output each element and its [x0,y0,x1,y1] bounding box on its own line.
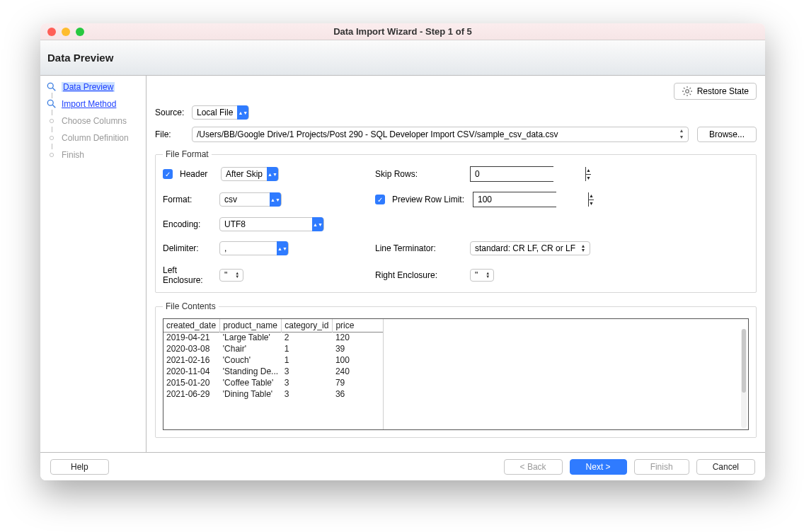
preview-limit-checkbox[interactable]: ✓ [375,195,385,204]
window-title: Data Import Wizard - Step 1 of 5 [40,26,765,37]
preview-table: created_date product_name category_id pr… [163,319,383,400]
stepper-icon[interactable]: ▲▼ [677,128,687,141]
step-data-preview[interactable]: Data Preview [40,79,146,96]
step-finish: Finish [40,146,146,163]
header-checkbox[interactable]: ✓ [163,169,173,179]
spin-down-icon[interactable]: ▼ [589,200,594,207]
encoding-row: Encoding: UTF8 ▲▼ [163,217,361,231]
line-terminator-select[interactable]: standard: CR LF, CR or LF ▲▼ [470,241,590,255]
header-mode-select[interactable]: After Skip ▲▼ [221,167,279,181]
format-label: Format: [163,195,212,204]
restore-state-button[interactable]: Restore State [674,83,757,100]
table-row[interactable]: 2015-01-20'Coffee Table'379 [163,377,383,388]
chevron-updown-icon: ▲▼ [312,217,323,231]
table-cell: 240 [333,366,383,377]
preview-limit-label: Preview Row Limit: [392,195,466,204]
table-row[interactable]: 2020-03-08'Chair'139 [163,343,383,354]
scrollbar-thumb[interactable] [742,329,746,393]
table-cell: 3 [282,377,333,388]
cancel-button[interactable]: Cancel [696,459,755,475]
close-icon[interactable] [47,28,56,36]
wizard-header: Data Preview [40,40,765,76]
line-terminator-row: Line Terminator: standard: CR LF, CR or … [375,241,749,255]
format-select[interactable]: csv ▲▼ [219,192,282,207]
table-cell: 2020-11-04 [163,366,220,377]
column-header[interactable]: category_id [282,319,333,332]
table-row[interactable]: 2021-02-16'Couch'1100 [163,354,383,366]
table-cell: 2 [282,332,333,343]
preview-limit-row: ✓ Preview Row Limit: ▲▼ [375,192,749,207]
encoding-label: Encoding: [163,219,212,229]
table-cell: 79 [333,377,383,388]
help-button[interactable]: Help [50,459,109,475]
file-contents-group: File Contents created_date product_name … [155,301,757,438]
traffic-lights [47,28,84,36]
table-row[interactable]: 2021-06-29'Dining Table'336 [163,388,383,400]
step-label: Choose Columns [62,116,127,126]
table-cell: 'Large Table' [220,332,282,343]
table-cell: 100 [333,354,383,366]
wizard-sidebar: Data Preview Import Method Choose Column… [40,76,147,452]
restore-state-label: Restore State [697,86,749,96]
svg-line-12 [684,88,685,89]
chevron-updown-icon: ▲▼ [277,241,288,255]
chevron-updown-icon: ▲▼ [270,192,281,207]
column-header[interactable]: created_date [163,319,220,332]
spin-down-icon[interactable]: ▼ [586,175,591,182]
svg-point-7 [685,90,689,93]
skip-rows-row: Skip Rows: ▲▼ [375,166,749,182]
table-cell: 2021-06-29 [163,388,220,400]
left-enclosure-label: Left Enclosure: [163,265,212,285]
next-button[interactable]: Next > [570,459,627,475]
vertical-scrollbar[interactable] [741,329,747,428]
preview-limit-spinner[interactable]: ▲▼ [473,192,556,207]
spin-up-icon[interactable]: ▲ [589,192,594,200]
table-cell: 2020-03-08 [163,343,220,354]
file-path-input[interactable]: /Users/BB/Google Drive/1 Projects/Post 2… [192,127,689,142]
table-cell: 'Coffee Table' [220,377,282,388]
wizard-body: Data Preview Import Method Choose Column… [40,76,765,452]
skip-rows-label: Skip Rows: [375,169,463,179]
right-enclosure-label: Right Enclosure: [375,270,463,280]
column-header[interactable]: price [333,319,383,332]
step-choose-columns: Choose Columns [40,112,146,129]
preview-limit-input[interactable] [473,192,588,207]
gear-icon [682,86,693,97]
source-label: Source: [155,108,192,117]
table-cell: 2015-01-20 [163,377,220,388]
table-row[interactable]: 2019-04-21'Large Table'2120 [163,332,383,343]
right-enclosure-select[interactable]: " ▲▼ [470,269,494,282]
step-label: Data Preview [62,82,115,92]
right-enclosure-row: Right Enclosure: " ▲▼ [375,269,749,282]
format-row: Format: csv ▲▼ [163,192,361,207]
table-cell: 'Couch' [220,354,282,366]
table-cell: 'Dining Table' [220,388,282,400]
skip-rows-input[interactable] [471,167,585,181]
circle-icon [46,132,57,144]
svg-point-6 [50,153,53,156]
skip-rows-spinner[interactable]: ▲▼ [470,166,553,182]
table-cell: 'Chair' [220,343,282,354]
browse-button[interactable]: Browse... [697,127,757,142]
delimiter-select[interactable]: , ▲▼ [219,241,289,255]
file-contents-legend: File Contents [163,301,219,311]
chevron-updown-icon: ▲▼ [485,272,490,279]
column-header[interactable]: product_name [220,319,282,332]
left-enclosure-row: Left Enclosure: " ▲▼ [163,265,361,285]
source-select[interactable]: Local File ▲▼ [192,105,249,120]
line-terminator-label: Line Terminator: [375,243,463,253]
minimize-icon[interactable] [62,28,70,36]
left-enclosure-select[interactable]: " ▲▼ [219,269,243,282]
step-import-method[interactable]: Import Method [40,96,146,112]
wizard-footer: Help < Back Next > Finish Cancel [40,452,765,480]
wizard-content: Restore State Source: Local File ▲▼ File… [147,76,765,452]
zoom-icon[interactable] [76,28,84,36]
svg-point-4 [50,119,53,122]
table-cell: 3 [282,388,333,400]
table-row[interactable]: 2020-11-04'Standing De...3240 [163,366,383,377]
spin-up-icon[interactable]: ▲ [586,167,591,175]
table-cell: 3 [282,366,333,377]
table-cell: 39 [333,343,383,354]
svg-line-13 [689,94,691,96]
encoding-select[interactable]: UTF8 ▲▼ [219,217,324,231]
